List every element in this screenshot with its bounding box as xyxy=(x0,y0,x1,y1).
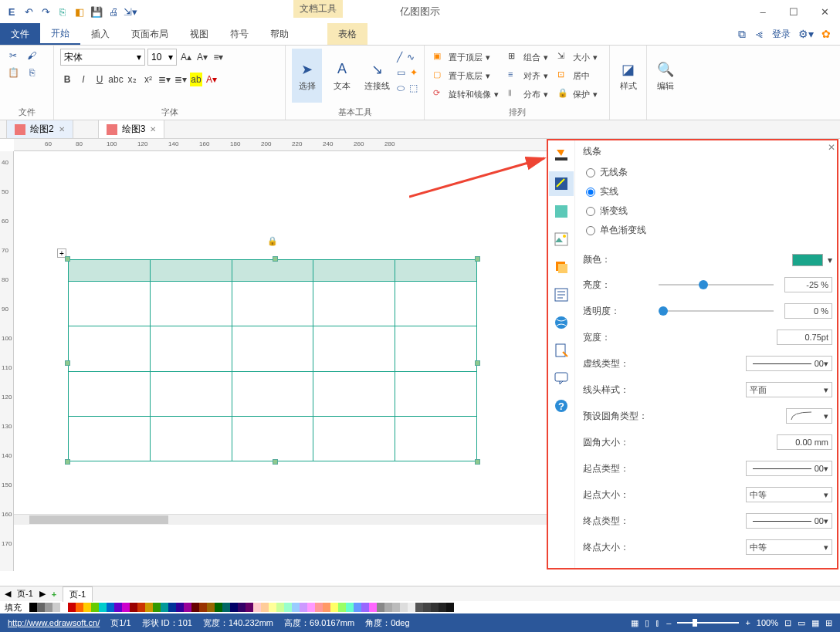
palette-color[interactable] xyxy=(439,603,446,612)
fit-page-icon[interactable]: ⊡ xyxy=(784,618,791,628)
palette-color[interactable] xyxy=(408,603,415,612)
distribute-button[interactable]: ⫴分布▾ xyxy=(506,86,550,103)
selection-handle[interactable] xyxy=(65,256,70,262)
selection-handle[interactable] xyxy=(475,459,480,465)
transparency-slider[interactable] xyxy=(659,310,774,312)
selection-handle[interactable] xyxy=(65,360,70,366)
rotate-button[interactable]: ⟳旋转和镜像▾ xyxy=(431,86,501,103)
palette-color[interactable] xyxy=(284,603,292,612)
bring-front-button[interactable]: ▣置于顶层▾ xyxy=(431,49,501,66)
style-button[interactable]: ◪样式 xyxy=(616,49,640,103)
palette-color[interactable] xyxy=(99,603,107,612)
tab-symbol[interactable]: 符号 xyxy=(219,23,259,45)
palette-color[interactable] xyxy=(60,603,68,612)
selection-handle[interactable] xyxy=(475,360,480,366)
share-square-icon[interactable]: ⧉ xyxy=(738,28,746,41)
corner-preset-select[interactable]: ▾ xyxy=(786,408,832,424)
palette-color[interactable] xyxy=(300,603,307,612)
palette-color[interactable] xyxy=(122,603,130,612)
palette-color[interactable] xyxy=(346,603,354,612)
transparency-value[interactable]: 0 % xyxy=(784,303,832,319)
palette-color[interactable] xyxy=(184,603,191,612)
radio-gradient-line[interactable]: 渐变线 xyxy=(583,201,832,221)
selected-table-shape[interactable]: 🔒 + xyxy=(68,259,477,461)
close-button[interactable]: ✕ xyxy=(809,0,840,23)
palette-color[interactable] xyxy=(91,603,99,612)
palette-color[interactable] xyxy=(253,603,261,612)
palette-color[interactable] xyxy=(330,603,338,612)
font-color-icon[interactable]: A▾ xyxy=(205,73,218,86)
text-button[interactable]: A 文本 xyxy=(327,49,357,103)
palette-color[interactable] xyxy=(269,603,276,612)
palette-color[interactable] xyxy=(191,603,199,612)
cap-select[interactable]: 平面▾ xyxy=(746,382,832,397)
italic-icon[interactable]: I xyxy=(76,73,90,86)
corner-size-value[interactable]: 0.00 mm xyxy=(777,434,832,450)
subscript-icon[interactable]: x₂ xyxy=(125,73,139,86)
curve-shape-icon[interactable]: ∿ xyxy=(407,52,415,63)
center-button[interactable]: ⊡居中 xyxy=(555,67,600,84)
undo-icon[interactable]: ↶ xyxy=(22,5,36,19)
panel-tab-help-icon[interactable]: ? xyxy=(549,394,574,418)
panel-tab-shadow-icon[interactable] xyxy=(549,199,574,224)
palette-color[interactable] xyxy=(423,603,431,612)
selection-handle[interactable] xyxy=(273,256,278,262)
superscript-icon[interactable]: x² xyxy=(141,73,155,86)
print-icon[interactable]: 🖨 xyxy=(107,5,120,19)
end-size-select[interactable]: 中等▾ xyxy=(746,539,832,555)
connector-button[interactable]: ↘ 连接线 xyxy=(362,49,392,103)
palette-color[interactable] xyxy=(83,603,91,612)
tab-help[interactable]: 帮助 xyxy=(259,23,300,45)
radio-solid-line[interactable]: 实线 xyxy=(583,182,832,201)
palette-color[interactable] xyxy=(323,603,330,612)
panel-tab-layer-icon[interactable] xyxy=(549,255,574,279)
palette-color[interactable] xyxy=(76,603,83,612)
minimize-button[interactable]: – xyxy=(747,0,778,23)
fit-width-icon[interactable]: ▭ xyxy=(798,618,805,628)
login-link[interactable]: 登录 xyxy=(772,28,791,41)
tab-insert[interactable]: 插入 xyxy=(80,23,120,45)
find-button[interactable]: 🔍编辑 xyxy=(653,49,678,103)
select-button[interactable]: ➤ 选择 xyxy=(292,49,322,103)
color-swatch[interactable] xyxy=(792,254,823,266)
close-panel-icon[interactable]: ✕ xyxy=(828,142,835,153)
panel-tab-image-icon[interactable] xyxy=(549,227,574,252)
palette-color[interactable] xyxy=(377,603,384,612)
palette-color[interactable] xyxy=(68,603,76,612)
scrollbar-thumb[interactable] xyxy=(29,515,168,524)
add-page-icon[interactable]: + xyxy=(52,590,56,599)
palette-color[interactable] xyxy=(114,603,122,612)
save-icon[interactable]: 💾 xyxy=(90,5,103,19)
numbering-icon[interactable]: ≣▾ xyxy=(174,73,188,86)
palette-color[interactable] xyxy=(137,603,145,612)
radio-no-line[interactable]: 无线条 xyxy=(583,163,832,182)
palette-color[interactable] xyxy=(52,603,60,612)
decrease-font-icon[interactable]: A▾ xyxy=(195,50,209,64)
underline-icon[interactable]: U xyxy=(93,73,107,86)
qat-logo-icon[interactable]: E xyxy=(5,5,19,19)
palette-color[interactable] xyxy=(168,603,176,612)
palette-color[interactable] xyxy=(338,603,346,612)
palette-color[interactable] xyxy=(261,603,269,612)
bullets-icon[interactable]: ≣▾ xyxy=(158,73,171,86)
palette-color[interactable] xyxy=(354,603,361,612)
zoom-in-icon[interactable]: + xyxy=(745,618,750,627)
tab-layout[interactable]: 页面布局 xyxy=(120,23,179,45)
ellipse-shape-icon[interactable]: ⬭ xyxy=(397,83,405,93)
tab-view[interactable]: 视图 xyxy=(179,23,219,45)
font-size-select[interactable]: 10▾ xyxy=(147,49,177,66)
doc-tab-2[interactable]: 绘图3✕ xyxy=(98,120,165,138)
palette-color[interactable] xyxy=(384,603,392,612)
palette-color[interactable] xyxy=(400,603,408,612)
cut-icon[interactable]: ✂ xyxy=(6,49,20,63)
last-page-icon[interactable]: ▶ xyxy=(39,589,46,599)
copy-icon[interactable]: ⎘ xyxy=(25,66,39,79)
size-button[interactable]: ⇲大小▾ xyxy=(555,49,600,66)
palette-color[interactable] xyxy=(431,603,439,612)
radio-single-gradient-line[interactable]: 单色渐变线 xyxy=(583,221,832,240)
format-painter-icon[interactable]: 🖌 xyxy=(25,49,39,63)
palette-color[interactable] xyxy=(161,603,168,612)
tab-home[interactable]: 开始 xyxy=(40,23,80,45)
zoom-slider[interactable] xyxy=(677,622,739,624)
dropdown-icon[interactable]: ▾ xyxy=(828,255,832,265)
